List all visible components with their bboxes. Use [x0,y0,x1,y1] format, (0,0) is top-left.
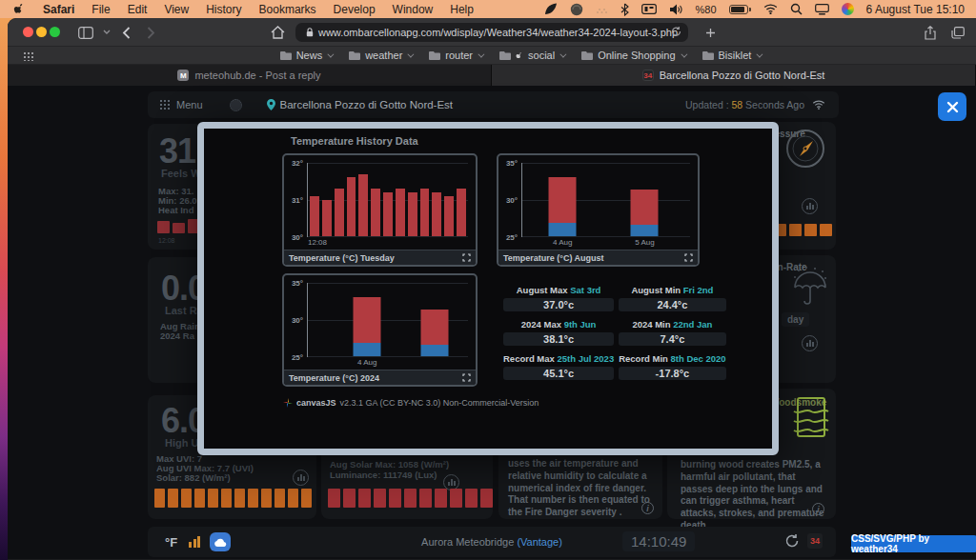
gridline [522,236,690,237]
keyboard-settings-icon[interactable] [641,4,657,14]
mini-bar [435,489,447,508]
history-circle-icon[interactable] [293,470,309,486]
forward-button[interactable] [143,23,158,42]
menubar-item-file[interactable]: File [92,3,110,16]
expand-icon[interactable] [684,253,693,262]
menubar-item-help[interactable]: Help [450,3,474,16]
folder-icon [429,50,440,60]
folder-icon [280,50,292,60]
dim-status-icon[interactable] [596,4,608,14]
bookmark-folder-router[interactable]: router [429,50,482,61]
bookmark-folder-weather[interactable]: weather [349,50,412,61]
chart-footer: Temperature (°C) Tuesday [284,250,476,265]
zoom-window-button[interactable] [50,27,60,37]
back-button[interactable] [118,23,133,42]
tab-favicon: M [177,70,189,81]
bar [347,177,356,236]
max-segment [420,310,448,346]
menubar-item-develop[interactable]: Develop [334,3,376,16]
mini-bar [789,224,802,236]
info-icon[interactable]: i [641,502,654,514]
updated-seconds: 58 [732,99,743,110]
bar [444,196,454,236]
heat-index-line: Heat Ind [158,204,193,217]
pen-status-icon[interactable] [544,3,558,15]
stat-record-max: Record Max 25th Jul 2023 45.1°c [503,353,614,380]
reload-icon[interactable] [671,26,681,37]
chart-august: 35°30°25°4 Aug5 Aug Temperature (°C) Aug… [497,153,700,267]
wifi-icon[interactable] [763,4,778,14]
display-status-icon[interactable] [815,4,829,15]
theme-toggle-icon[interactable] [230,99,242,111]
tab-barcellona[interactable]: 34 Barcellona Pozzo di Gotto Nord-Est [492,65,976,86]
credit-badge[interactable]: CSS/SVG/PHP by weather34 [851,535,976,552]
mini-bar [404,489,417,508]
mini-bar [221,489,232,508]
history-circle-icon[interactable] [802,198,818,214]
bookmark-label: router [445,50,473,61]
menu-grid-icon[interactable] [159,99,171,110]
mini-bar [234,489,245,508]
bookmark-folder-bisiklet[interactable]: Bisiklet [702,50,762,61]
tab-overview-icon[interactable] [949,23,966,42]
mini-bar [157,221,170,233]
sidebar-toggle-icon[interactable] [76,23,95,42]
page-header-bar: Menu Barcellona Pozzo di Gotto Nord-Est … [148,91,839,118]
weather34-logo: 34 [807,533,823,549]
feels-like-label: Feels W [161,168,201,179]
expand-icon[interactable] [462,373,471,382]
mini-bar [288,489,298,508]
bluetooth-icon[interactable] [620,3,629,16]
bookmark-folder-news[interactable]: News [280,50,333,61]
bar [383,192,393,236]
battery-icon[interactable] [729,5,751,14]
connection-wifi-icon [812,100,825,110]
menubar-item-window[interactable]: Window [393,3,434,16]
spotlight-search-icon[interactable] [790,3,803,15]
menubar-item-history[interactable]: History [206,3,241,16]
bookmark-folder-social[interactable]: social [499,50,564,61]
address-bar[interactable]: www.ombarcellonapg.com/wdisplay/Weather3… [295,23,688,42]
bookmark-folder-online-shopping[interactable]: Online Shopping [581,50,684,61]
close-window-button[interactable] [23,27,33,37]
info-icon[interactable]: i [812,503,824,515]
volume-icon[interactable] [669,4,683,15]
x-tick-label: 4 Aug [553,238,572,247]
share-icon[interactable] [923,23,938,42]
menubar-item-view[interactable]: View [164,3,189,16]
mini-bar [301,489,312,508]
mini-bar [248,489,258,508]
tab-bar: M meteohub.de - Post a reply 34 Barcello… [8,65,976,86]
canvasjs-attribution[interactable]: canvasJS v2.3.1 GA (CC BY-NC 3.0) Non-Co… [283,398,539,408]
sidebar-chevron-icon[interactable] [101,23,112,42]
apple-menu-icon[interactable] [13,2,26,16]
stat-2024-min: 2024 Min 22nd Jan 7.4°c [619,319,725,346]
stat-value: -17.8°c [619,367,725,380]
chevron-down-icon [408,50,415,57]
rain-day-label: day [782,312,809,327]
history-circle-icon[interactable] [802,335,818,351]
minimize-window-button[interactable] [36,27,47,37]
menu-button[interactable]: Menu [176,99,203,110]
camera-status-icon[interactable] [570,3,583,16]
expand-icon[interactable] [462,253,471,262]
min-segment [549,223,577,236]
temperature-history-modal: Temperature History Data 32°31°30°12:08 … [197,122,779,455]
new-tab-icon[interactable] [703,23,717,42]
home-button[interactable] [269,23,286,42]
refresh-icon[interactable] [784,533,800,549]
modal-close-button[interactable] [938,92,966,121]
menubar-item-edit[interactable]: Edit [128,3,148,16]
y-axis: 32°31°30° [284,163,307,237]
color-app-status-icon[interactable] [842,3,854,15]
browser-toolbar: www.ombarcellonapg.com/wdisplay/Weather3… [8,18,976,47]
menubar-clock[interactable]: 6 August Tue 15:10 [866,3,965,16]
favorites-grid-icon[interactable] [23,51,33,61]
menubar-item-bookmarks[interactable]: Bookmarks [259,3,316,16]
menubar-item-safari[interactable]: Safari [43,3,74,16]
screen: Safari File Edit View History Bookmarks … [0,0,976,560]
vantage-link[interactable]: (Vantage) [517,536,562,548]
tab-meteohub[interactable]: M meteohub.de - Post a reply [8,65,492,86]
stat-august-max: August Max Sat 3rd 37.0°c [503,285,614,311]
station-name: Barcellona Pozzo di Gotto Nord-Est [280,99,454,110]
